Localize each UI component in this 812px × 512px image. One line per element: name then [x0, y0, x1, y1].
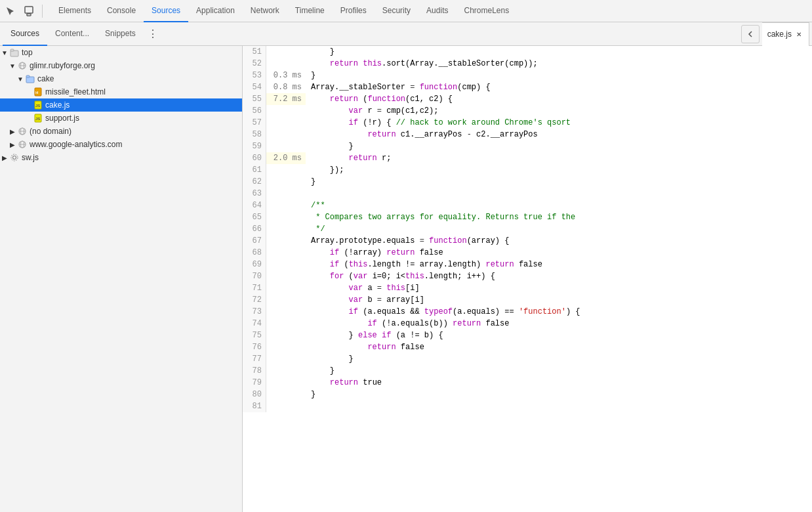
arrow-google: ▶ — [8, 141, 17, 148]
tab-sources[interactable]: Sources — [144, 0, 188, 22]
tree-item-glimr[interactable]: ▼ glimr.rubyforge.org — [0, 59, 242, 72]
code-line-71: 71 var a = this[i] — [243, 282, 812, 294]
tree-label-swjs: sw.js — [22, 153, 39, 162]
code-line-63: 63 — [243, 188, 812, 200]
code-line-51: 51 } — [243, 46, 812, 58]
code-line-76: 76 return false — [243, 341, 812, 353]
tree-label-glimr: glimr.rubyforge.org — [30, 61, 95, 70]
tree-label-google: www.google-analytics.com — [30, 140, 122, 149]
subtab-sources[interactable]: Sources — [3, 22, 47, 46]
tree-item-cake[interactable]: ▼ cake — [0, 72, 242, 85]
html-icon-missile: H — [33, 87, 43, 97]
code-line-64: 64 /** — [243, 200, 812, 211]
file-tab-cakejs[interactable]: cake.js ✕ — [762, 22, 809, 46]
tab-elements[interactable]: Elements — [51, 0, 99, 22]
code-content: 51 } 52 return this.sort(Array.__stableS… — [243, 46, 812, 512]
tab-timeline[interactable]: Timeline — [287, 0, 333, 22]
code-line-57: 57 if (!r) { // hack to work around Chro… — [243, 117, 812, 129]
cursor-icon[interactable] — [3, 3, 18, 19]
tree-label-cakejs: cake.js — [45, 100, 70, 110]
code-line-52: 52 return this.sort(Array.__stableSorter… — [243, 58, 812, 70]
device-icon[interactable] — [21, 3, 37, 19]
code-line-66: 66 */ — [243, 223, 812, 235]
tree-item-cakejs[interactable]: ▶ JS cake.js — [0, 98, 242, 112]
navigate-back-button[interactable] — [741, 25, 760, 43]
file-tree-sidebar: ▼ top ▼ glimr.rubyforge.org ▼ cake — [0, 46, 243, 512]
nav-tabs: Elements Console Sources Application Net… — [51, 0, 517, 22]
code-line-79: 79 return true — [243, 377, 812, 389]
code-line-56: 56 var r = cmp(c1,c2); — [243, 105, 812, 117]
svg-rect-0 — [25, 7, 33, 13]
close-file-tab-button[interactable]: ✕ — [794, 30, 803, 39]
top-nav-bar: Elements Console Sources Application Net… — [0, 0, 812, 22]
code-editor[interactable]: 51 } 52 return this.sort(Array.__stableS… — [243, 46, 812, 512]
code-line-65: 65 * Compares two arrays for equality. R… — [243, 211, 812, 223]
tree-item-top[interactable]: ▼ top — [0, 46, 242, 59]
tab-security[interactable]: Security — [375, 0, 418, 22]
svg-text:JS: JS — [35, 104, 40, 108]
tab-profiles[interactable]: Profiles — [333, 0, 375, 22]
code-line-73: 73 if (a.equals && typeof(a.equals) == '… — [243, 306, 812, 318]
code-line-68: 68 if (!array) return false — [243, 247, 812, 259]
arrow-nodomain: ▶ — [8, 128, 17, 135]
subtab-snippets[interactable]: Snippets — [97, 22, 144, 46]
tree-item-nodomain[interactable]: ▶ (no domain) — [0, 125, 242, 138]
arrow-top: ▼ — [0, 49, 9, 56]
code-line-59: 59 } — [243, 140, 812, 152]
code-line-54: 54 0.8 ms Array.__stableSorter = functio… — [243, 81, 812, 93]
code-line-77: 77 } — [243, 353, 812, 365]
code-line-67: 67 Array.prototype.equals = function(arr… — [243, 235, 812, 247]
arrow-cake: ▼ — [16, 75, 25, 83]
tree-item-swjs[interactable]: ▶ sw.js — [0, 151, 242, 164]
tab-chromelens[interactable]: ChromeLens — [456, 0, 517, 22]
tab-network[interactable]: Network — [243, 0, 287, 22]
code-line-72: 72 var b = array[i] — [243, 294, 812, 306]
nav-divider — [42, 5, 43, 18]
domain-icon-glimr — [17, 60, 28, 71]
folder-icon-cake — [25, 74, 35, 84]
code-line-70: 70 for (var i=0; i<this.length; i++) { — [243, 270, 812, 282]
code-line-69: 69 if (this.length != array.length) retu… — [243, 259, 812, 270]
tree-item-support[interactable]: ▶ JS support.js — [0, 112, 242, 125]
code-line-61: 61 }); — [243, 164, 812, 176]
tree-item-google[interactable]: ▶ www.google-analytics.com — [0, 138, 242, 151]
js-icon-cakejs: JS — [33, 100, 43, 110]
subtab-content[interactable]: Content... — [47, 22, 97, 46]
code-line-74: 74 if (!a.equals(b)) return false — [243, 318, 812, 330]
sub-tab-bar: Sources Content... Snippets ⋮ cake.js ✕ — [0, 22, 812, 46]
devtools-icons — [3, 3, 45, 19]
tab-audits[interactable]: Audits — [418, 0, 456, 22]
svg-rect-8 — [26, 75, 30, 77]
file-tab-label: cake.js — [767, 30, 792, 39]
svg-rect-1 — [27, 14, 31, 16]
tree-label-support: support.js — [45, 114, 79, 123]
more-tabs-button[interactable]: ⋮ — [144, 25, 162, 43]
tab-console[interactable]: Console — [99, 0, 144, 22]
tree-label-missile: missile_fleet.html — [45, 87, 106, 96]
tree-label-nodomain: (no domain) — [30, 127, 71, 136]
code-line-60: 60 2.0 ms return r; — [243, 152, 812, 164]
js-icon-support: JS — [33, 113, 43, 123]
domain-icon-google — [17, 139, 28, 150]
svg-point-22 — [11, 154, 18, 161]
code-line-55: 55 7.2 ms return (function(c1, c2) { — [243, 93, 812, 105]
arrow-swjs: ▶ — [0, 154, 9, 161]
svg-text:JS: JS — [35, 117, 40, 121]
svg-text:H: H — [35, 91, 38, 95]
svg-point-21 — [13, 156, 16, 160]
code-line-78: 78 } — [243, 365, 812, 377]
code-line-80: 80 } — [243, 389, 812, 400]
gear-icon-swjs — [9, 152, 20, 163]
tree-label-top: top — [22, 48, 33, 57]
domain-icon-nodomain — [17, 126, 28, 137]
folder-icon-top — [9, 47, 20, 58]
code-line-53: 53 0.3 ms } — [243, 70, 812, 81]
tree-label-cake: cake — [37, 74, 54, 83]
tree-item-missile[interactable]: ▶ H missile_fleet.html — [0, 85, 242, 98]
arrow-glimr: ▼ — [8, 62, 17, 70]
main-layout: ▼ top ▼ glimr.rubyforge.org ▼ cake — [0, 46, 812, 512]
code-line-58: 58 return c1.__arrayPos - c2.__arrayPos — [243, 129, 812, 140]
code-line-75: 75 } else if (a != b) { — [243, 330, 812, 341]
svg-rect-3 — [10, 49, 14, 51]
tab-application[interactable]: Application — [188, 0, 243, 22]
